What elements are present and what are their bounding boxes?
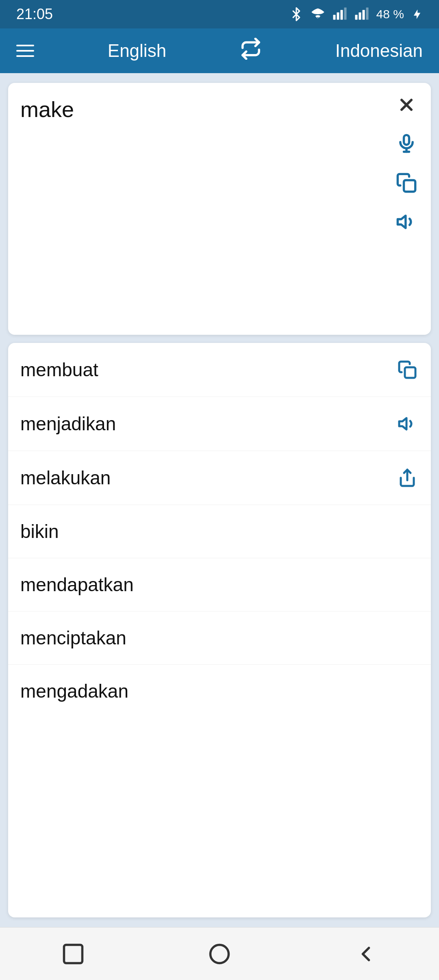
app-header: English Indonesian: [0, 28, 439, 73]
translation-word: menciptakan: [20, 627, 126, 649]
copy-button[interactable]: [394, 171, 419, 195]
input-card: make: [8, 83, 431, 335]
status-icons: 48 %: [289, 7, 423, 22]
translation-card: membuat menjadikan melakukan: [8, 343, 431, 917]
target-language[interactable]: Indonesian: [335, 41, 423, 61]
svg-rect-19: [64, 945, 83, 963]
share-translation-button[interactable]: [396, 466, 419, 489]
input-text[interactable]: make: [20, 95, 419, 323]
bluetooth-icon: [289, 7, 303, 21]
signal2-icon: [354, 7, 369, 22]
wifi-icon: [311, 7, 325, 22]
source-language[interactable]: English: [108, 41, 166, 61]
translation-word: bikin: [20, 520, 59, 542]
svg-marker-8: [414, 9, 420, 19]
svg-rect-6: [362, 10, 365, 20]
nav-bar: [0, 927, 439, 980]
home-button[interactable]: [207, 942, 232, 966]
svg-rect-0: [333, 15, 335, 20]
translation-row: bikin: [8, 505, 431, 558]
input-actions: [394, 93, 419, 234]
svg-rect-3: [344, 8, 346, 20]
svg-marker-17: [399, 418, 406, 429]
signal-icon: [333, 7, 347, 22]
speak-translation-button[interactable]: [396, 412, 419, 435]
translation-word: melakukan: [20, 467, 111, 489]
svg-rect-14: [404, 180, 415, 192]
recent-button[interactable]: [61, 942, 85, 966]
svg-point-20: [211, 945, 229, 963]
main-content: make: [0, 73, 439, 927]
svg-rect-11: [404, 135, 409, 145]
status-time: 21:05: [16, 6, 53, 23]
translation-row: menciptakan: [8, 611, 431, 665]
speaker-button[interactable]: [394, 210, 419, 234]
svg-rect-1: [337, 13, 339, 20]
status-bar: 21:05 48 %: [0, 0, 439, 28]
translation-word: mengadakan: [20, 680, 128, 702]
translation-word: menjadikan: [20, 413, 116, 435]
microphone-button[interactable]: [394, 132, 419, 156]
translation-row: melakukan: [8, 451, 431, 505]
svg-rect-4: [355, 15, 357, 20]
svg-marker-15: [398, 216, 406, 228]
swap-languages-button[interactable]: [240, 38, 262, 64]
battery-icon: [411, 9, 423, 20]
translation-row: mendapatkan: [8, 558, 431, 611]
svg-rect-7: [366, 8, 368, 20]
svg-rect-2: [340, 10, 343, 20]
battery-text: 48 %: [376, 7, 404, 21]
copy-translation-button[interactable]: [396, 358, 419, 381]
svg-rect-16: [405, 367, 415, 378]
translation-row: menjadikan: [8, 397, 431, 451]
translation-word: membuat: [20, 359, 98, 381]
back-button[interactable]: [354, 942, 378, 966]
svg-rect-5: [359, 13, 361, 20]
clear-button[interactable]: [394, 93, 419, 117]
menu-button[interactable]: [16, 45, 34, 57]
translation-word: mendapatkan: [20, 574, 134, 596]
translation-row: membuat: [8, 343, 431, 397]
translation-row: mengadakan: [8, 665, 431, 718]
